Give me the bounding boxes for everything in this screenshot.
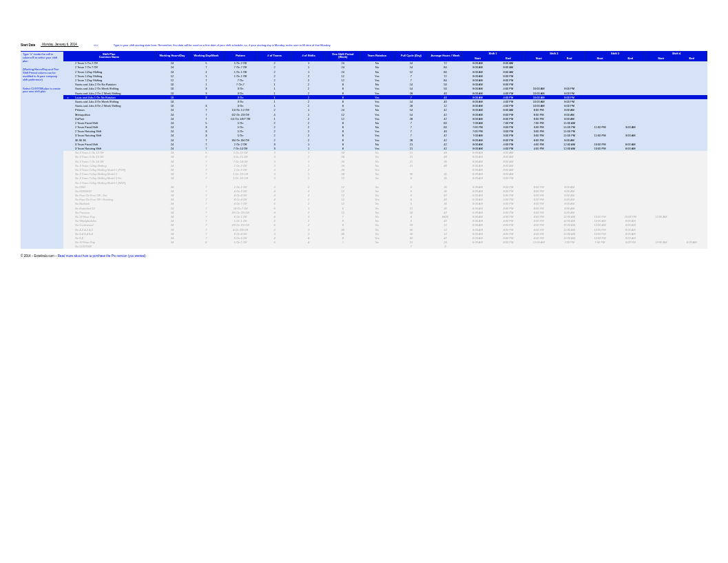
data-cell [523,245,554,249]
hdr-s4-end: End [676,56,707,61]
top-arrow: <<< [94,43,98,47]
footer: © 2014 – Excelindo.com – Read more about… [21,254,707,258]
hdr-s2-start: Start [523,56,554,61]
hdr-shift-plan: Shift PlanCommon Name [63,51,155,61]
table-header: Shift PlanCommon Name Working Hours/Day … [63,51,707,61]
sidebar-note-3: Select CUSTOM plan to create your own sh… [23,88,61,94]
hdr-teams: # of Teams [258,51,292,61]
hdr-cycle: Full Cycle (Day) [394,51,428,61]
data-cell [155,245,189,249]
table-body-inactive: No 3 Team 1 On 12 Off2451 On 12 Off3124N… [63,151,707,249]
hdr-wdw: Working Day/Week [189,51,224,61]
sidebar-note-2: (Working Hours/Day and One Shift Period … [23,68,61,81]
start-date-label: Start Date [21,43,35,47]
data-cell [291,245,326,249]
top-instruction: Type in your shift starting date here. R… [114,43,331,47]
hdr-avg: Average Hours / Week [428,51,463,61]
hdr-shifts: # of Shifts [291,51,326,61]
footer-link[interactable]: Read more about how to purchase the Pro … [58,254,146,258]
table-row[interactable]: No CUSTOM70 [63,245,707,249]
hdr-shift3: Shift 3 [585,51,646,56]
hdr-whd: Working Hours/Day [155,51,189,61]
data-cell [223,245,258,249]
hdr-s3-end: End [615,56,645,61]
hdr-s1-start: Start [462,56,492,61]
hdr-pattern: Pattern [223,51,258,61]
hdr-shift4: Shift 4 [646,51,707,56]
hdr-s1-end: End [493,56,523,61]
select-cell[interactable] [63,245,72,249]
data-cell [646,245,676,249]
data-cell [189,245,224,249]
sidebar-note-1: Type "x" inside the cell in column B to … [23,53,61,63]
data-cell [676,245,707,249]
data-cell [615,245,645,249]
hdr-s3-start: Start [585,56,615,61]
shift-plan-table-wrap: Type "x" inside the cell in column B to … [21,51,707,249]
hdr-rotation: Team Rotation [360,51,395,61]
footer-copyright: © 2014 – Excelindo.com – [21,254,58,258]
data-cell [585,245,615,249]
data-cell [554,245,584,249]
top-bar: Start Date Monday, January 6, 2014 <<< T… [21,43,707,47]
data-cell: 7 [394,245,428,249]
hdr-s4-start: Start [646,56,676,61]
data-cell [462,245,492,249]
data-cell [493,245,523,249]
data-cell [326,245,360,249]
hdr-period: One Shift Period (Week) [326,51,360,61]
shift-plan-table: Shift PlanCommon Name Working Hours/Day … [63,51,707,249]
hdr-shift2: Shift 2 [523,51,585,56]
data-cell [258,245,292,249]
hdr-shift1: Shift 1 [462,51,523,56]
data-cell: 0 [428,245,463,249]
hdr-s2-end: End [554,56,584,61]
start-date-input[interactable]: Monday, January 6, 2014 [41,43,78,47]
data-cell [360,245,395,249]
name-cell: No CUSTOM [72,245,155,249]
table-body-active: 2 Team 5 On 2 Off2455 On 2 Off2124No1472… [63,61,707,151]
sidebar-notes: Type "x" inside the cell in column B to … [21,51,63,249]
